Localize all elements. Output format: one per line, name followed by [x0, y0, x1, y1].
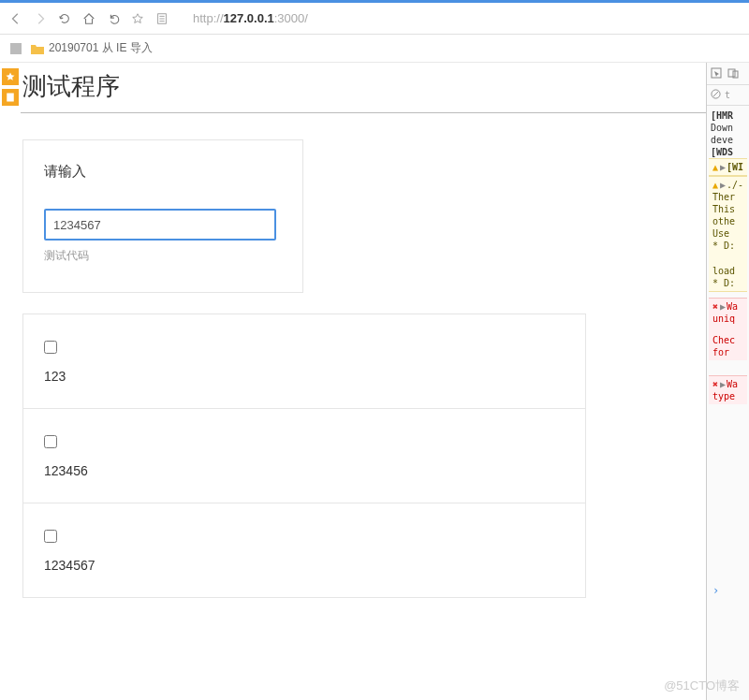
- main-area: 测试程序 请输入 测试代码 123 123456 1234567: [21, 63, 706, 700]
- error-icon: ✖: [712, 301, 718, 312]
- console-line: [HMR: [709, 109, 747, 122]
- svg-rect-4: [10, 43, 22, 54]
- list-area: 123 123456 1234567: [22, 314, 586, 598]
- url-port: :3000/: [274, 11, 308, 25]
- text-input[interactable]: [44, 209, 276, 241]
- input-card: 请输入 测试代码: [22, 139, 303, 293]
- content-wrap: 测试程序 请输入 测试代码 123 123456 1234567: [0, 63, 749, 700]
- item-text: 1234567: [44, 558, 565, 573]
- note-icon[interactable]: [2, 89, 19, 106]
- page-title: 测试程序: [21, 63, 706, 112]
- inspect-icon[interactable]: [711, 67, 722, 80]
- forward-button[interactable]: [30, 8, 51, 29]
- left-edge-rail: [0, 63, 21, 700]
- warning-icon: ▲: [712, 162, 718, 172]
- star-button[interactable]: [127, 8, 148, 29]
- input-label: 请输入: [44, 163, 282, 181]
- error-icon: ✖: [712, 379, 718, 389]
- bookmark-square-icon: [9, 42, 22, 55]
- list-item: 123: [22, 314, 586, 409]
- devtools-header: [707, 63, 749, 85]
- undo-button[interactable]: [103, 8, 124, 29]
- console-error: ✖▶Wa type: [709, 375, 747, 404]
- title-rule: [21, 112, 706, 113]
- device-icon[interactable]: [727, 67, 739, 80]
- console-line: deve: [709, 134, 747, 146]
- back-button[interactable]: [6, 8, 26, 29]
- favorite-icon[interactable]: [2, 68, 19, 85]
- console-error: ✖▶Wa uniq Chec for: [709, 298, 747, 360]
- clear-icon[interactable]: [711, 89, 721, 101]
- svg-rect-7: [728, 69, 735, 77]
- console-line: Down: [709, 122, 747, 134]
- item-text: 123: [44, 369, 565, 384]
- devtools-console[interactable]: [HMR Down deve [WDS ▲▶[WI ▲▶./- Ther Thi…: [707, 106, 749, 408]
- watermark: @51CTO博客: [664, 678, 740, 694]
- console-warning: ▲▶./- Ther This othe Use * D: load * D:: [709, 176, 747, 292]
- item-checkbox[interactable]: [44, 435, 57, 448]
- bookmark-folder-label: 20190701 从 IE 导入: [49, 40, 153, 56]
- console-line: [WDS: [709, 146, 747, 158]
- svg-rect-5: [7, 94, 14, 102]
- console-warning: ▲▶[WI: [709, 158, 747, 176]
- item-checkbox[interactable]: [44, 341, 57, 354]
- devtools-panel: t [HMR Down deve [WDS ▲▶[WI ▲▶./- Ther T…: [706, 63, 749, 700]
- url-host: 127.0.0.1: [224, 11, 274, 25]
- bookmark-folder-item[interactable]: 20190701 从 IE 导入: [30, 40, 153, 56]
- input-help-text: 测试代码: [44, 248, 282, 264]
- list-item: 1234567: [22, 503, 586, 598]
- console-prompt-icon[interactable]: ›: [712, 584, 719, 597]
- devtools-filter-bar: t: [707, 85, 749, 106]
- bookmark-bar: 20190701 从 IE 导入: [0, 35, 749, 63]
- list-item: 123456: [22, 409, 586, 503]
- url-protocol: http://: [193, 11, 224, 25]
- browser-toolbar: http://127.0.0.1:3000/: [0, 3, 749, 35]
- address-bar[interactable]: http://127.0.0.1:3000/: [185, 7, 743, 30]
- home-button[interactable]: [79, 8, 99, 29]
- warning-icon: ▲: [712, 180, 718, 190]
- refresh-button[interactable]: [54, 8, 75, 29]
- folder-icon: [30, 42, 45, 55]
- item-checkbox[interactable]: [44, 530, 57, 543]
- svg-line-10: [713, 92, 719, 97]
- item-text: 123456: [44, 463, 565, 478]
- reader-button[interactable]: [152, 8, 172, 29]
- filter-text[interactable]: t: [725, 90, 730, 100]
